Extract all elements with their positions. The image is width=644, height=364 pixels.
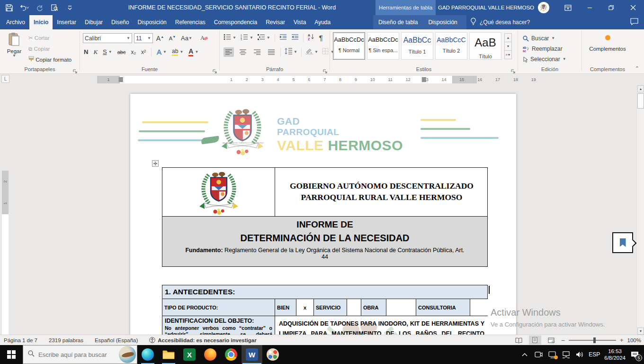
collapse-ribbon-icon[interactable]: ⌃ [635, 65, 639, 72]
tab-diseno[interactable]: Diseño [107, 15, 133, 29]
scroll-down-icon[interactable]: ▼ [637, 328, 644, 335]
change-case-icon[interactable]: Aa▼ [179, 33, 194, 43]
tab-referencias[interactable]: Referencias [171, 15, 210, 29]
style-sin-espaciado[interactable]: AaBbCcDc ¶ Sin espa... [367, 32, 399, 60]
tab-archivo[interactable]: Archivo [2, 15, 29, 29]
account-info[interactable]: GAD PARROQUIAL VALLE HERMOSO [438, 0, 549, 15]
tipo-bien-mark[interactable]: x [296, 299, 314, 316]
tipo-servicio-mark[interactable] [347, 299, 361, 316]
underline-icon[interactable]: S [103, 48, 107, 55]
print-layout-icon[interactable] [529, 336, 541, 345]
tray-chevron-icon[interactable] [520, 350, 529, 359]
portapapeles-dialog-launcher-icon[interactable] [73, 67, 78, 72]
tab-stop-selector[interactable]: L [1, 75, 9, 83]
font-size-select[interactable]: 11▼ [134, 33, 153, 43]
borders-icon[interactable] [322, 48, 329, 56]
page-indicator[interactable]: Página 1 de 7 [4, 337, 37, 343]
restore-button[interactable] [600, 0, 622, 15]
increase-indent-icon[interactable] [291, 34, 299, 42]
save-icon[interactable] [4, 2, 14, 13]
accessibility-status[interactable]: Accesibilidad: es necesario investigar [149, 337, 256, 343]
superscript-icon[interactable]: x² [141, 49, 146, 55]
line-spacing-icon[interactable] [285, 48, 292, 56]
cut-button[interactable]: ✂ Cortar [28, 33, 50, 42]
parrafo-dialog-launcher-icon[interactable] [323, 67, 328, 72]
account-avatar[interactable] [538, 2, 549, 13]
tray-clock[interactable]: 16:53 6/8/2024 [604, 348, 626, 362]
notification-center-icon[interactable]: 5 [630, 350, 639, 359]
shrink-font-icon[interactable]: A▼ [167, 33, 178, 43]
undo-icon[interactable] [19, 2, 29, 13]
customize-qat-icon[interactable] [64, 2, 75, 13]
decrease-indent-icon[interactable] [279, 34, 287, 42]
ribbon-display-options-icon[interactable] [557, 0, 579, 15]
tab-ayuda[interactable]: Ayuda [310, 15, 335, 29]
tab-correspondencia[interactable]: Correspondencia [210, 15, 261, 29]
styles-scroll-down-icon[interactable]: ▼ [504, 42, 512, 51]
taskbar-word-icon[interactable]: W [242, 345, 262, 364]
zoom-slider[interactable] [569, 340, 616, 341]
scrollbar-thumb[interactable] [637, 93, 644, 109]
tab-disposicion[interactable]: Disposición [133, 15, 170, 29]
fuente-dialog-launcher-icon[interactable] [213, 67, 217, 72]
taskbar-excel-icon[interactable]: X [179, 345, 200, 364]
italic-icon[interactable]: K [93, 48, 98, 56]
find-button[interactable]: Buscar▼ [523, 33, 566, 44]
text-effects-icon[interactable]: A [157, 48, 161, 56]
font-family-select[interactable]: Calibri▼ [83, 33, 132, 43]
taskbar-firefox-icon[interactable] [200, 345, 221, 364]
paste-dropdown-icon[interactable]: ▼ [4, 54, 25, 58]
taskbar-explorer-icon[interactable] [158, 345, 179, 364]
header-table[interactable]: GOBIERNO AUTÓNOMO DESCENTRALIZADO PARROQ… [162, 167, 488, 267]
tab-disposicion-tabla[interactable]: Disposición [423, 19, 462, 26]
tab-dibujar[interactable]: Dibujar [80, 15, 107, 29]
complementos-button[interactable]: Complementos [582, 35, 633, 52]
font-color-icon[interactable]: A [188, 47, 193, 56]
highlight-color-icon[interactable]: ab [172, 48, 178, 56]
tab-insertar[interactable]: Insertar [53, 15, 80, 29]
table-column-marker-icon[interactable] [422, 77, 426, 82]
bookmark-popup[interactable] [612, 232, 633, 253]
style-titulo-2[interactable]: AaBbCcC Título 2 [435, 32, 467, 60]
tab-vista[interactable]: Vista [289, 15, 310, 29]
shading-icon[interactable] [305, 48, 313, 56]
styles-gallery-more-icon[interactable]: ≡▼ [504, 50, 512, 59]
zoom-level[interactable]: 100% [627, 337, 641, 343]
tab-revisar[interactable]: Revisar [261, 15, 289, 29]
subscript-icon[interactable]: x₂ [131, 49, 136, 55]
taskbar-search[interactable] [23, 345, 137, 364]
align-left-icon[interactable] [224, 47, 234, 57]
taskbar-chrome-icon[interactable] [221, 345, 242, 364]
bullet-list-icon[interactable] [224, 34, 231, 42]
copy-button[interactable]: ⧉ Copiar [28, 44, 50, 53]
search-input[interactable] [38, 351, 109, 358]
select-button[interactable]: Seleccionar▼ [523, 54, 566, 64]
minimize-button[interactable] [579, 0, 600, 15]
feedback-icon[interactable] [630, 18, 638, 27]
numbered-list-icon[interactable]: 123 [241, 34, 248, 42]
zoom-out-icon[interactable]: − [561, 337, 565, 344]
multilevel-list-icon[interactable] [258, 34, 265, 42]
meet-now-icon[interactable] [534, 350, 543, 359]
strikethrough-icon[interactable]: abc [117, 49, 126, 55]
justify-icon[interactable] [266, 47, 277, 57]
style-titulo-1[interactable]: AaBbCc Título 1 [401, 32, 433, 60]
table-column-marker-icon[interactable] [119, 77, 123, 82]
tell-me-box[interactable]: ¿Qué desea hacer? [470, 15, 530, 29]
taskbar-paint-icon[interactable] [262, 345, 283, 364]
zoom-in-icon[interactable]: + [620, 337, 624, 344]
paste-button[interactable]: Pegar ▼ [4, 32, 25, 58]
search-highlight-image[interactable] [119, 346, 136, 363]
read-mode-icon[interactable] [513, 336, 525, 345]
start-button[interactable] [0, 345, 23, 364]
tab-diseno-de-tabla[interactable]: Diseño de tabla [373, 19, 423, 26]
tipo-obra-mark[interactable] [386, 299, 416, 316]
bold-icon[interactable]: N [84, 48, 88, 55]
volume-icon[interactable] [575, 350, 584, 359]
antecedentes-table[interactable]: 1. ANTECEDENTES: TIPO DE PRODUCTO: BIEN … [162, 285, 488, 335]
clear-formatting-icon[interactable]: A [198, 33, 210, 43]
grow-font-icon[interactable]: A▲ [155, 33, 165, 43]
tray-language[interactable]: ESP [589, 351, 600, 358]
word-count[interactable]: 2319 palabras [49, 337, 83, 343]
tipo-consultoria-mark[interactable] [470, 299, 488, 316]
